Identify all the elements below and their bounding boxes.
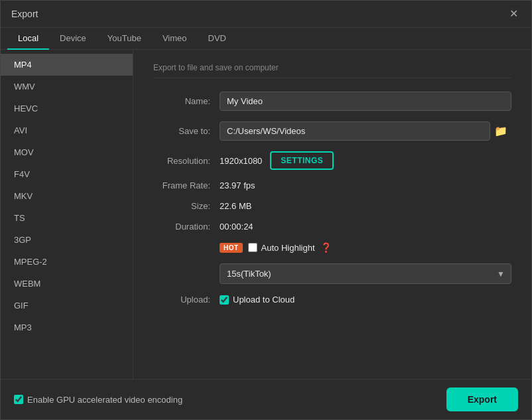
- sidebar-item-avi[interactable]: AVI: [1, 119, 133, 141]
- sidebar-item-wmv[interactable]: WMV: [1, 76, 133, 98]
- sidebar-item-mov[interactable]: MOV: [1, 141, 133, 163]
- duration-label: Duration:: [153, 222, 220, 232]
- highlight-controls: HOT Auto Highlight ❓: [220, 242, 511, 253]
- sidebar-item-mp3[interactable]: MP3: [1, 316, 133, 338]
- resolution-value: 1920x1080: [220, 156, 262, 166]
- save-to-label: Save to:: [153, 126, 220, 136]
- sidebar-item-gif[interactable]: GIF: [1, 295, 133, 316]
- tab-vimeo[interactable]: Vimeo: [152, 28, 198, 50]
- bottom-bar: Enable GPU accelerated video encoding Ex…: [1, 379, 531, 419]
- upload-label: Upload:: [153, 295, 220, 305]
- close-button[interactable]: ✕: [507, 7, 521, 21]
- frame-rate-row: Frame Rate: 23.97 fps: [153, 180, 511, 190]
- export-window: Export ✕ Local Device YouTube Vimeo DVD …: [0, 0, 532, 420]
- auto-highlight-text: Auto Highlight: [261, 243, 315, 253]
- sidebar-item-hevc[interactable]: HEVC: [1, 98, 133, 119]
- size-value: 22.6 MB: [220, 201, 251, 211]
- resolution-value-group: 1920x1080 SETTINGS: [220, 151, 511, 170]
- tab-bar: Local Device YouTube Vimeo DVD: [1, 28, 531, 50]
- help-icon[interactable]: ❓: [320, 242, 332, 253]
- auto-highlight-label[interactable]: Auto Highlight: [248, 243, 315, 253]
- tab-youtube[interactable]: YouTube: [97, 28, 152, 50]
- path-input[interactable]: [220, 121, 490, 141]
- upload-cloud-label[interactable]: Upload to Cloud: [220, 295, 295, 305]
- section-title: Export to file and save on computer: [153, 63, 511, 78]
- path-row: 📁: [220, 121, 511, 141]
- sidebar-item-mkv[interactable]: MKV: [1, 185, 133, 207]
- tab-dvd[interactable]: DVD: [198, 28, 237, 50]
- gpu-encoding-label[interactable]: Enable GPU accelerated video encoding: [14, 395, 182, 405]
- highlight-dropdown-wrap: 15s(TikTok) 30s(Instagram) 60s(YouTube) …: [220, 263, 511, 284]
- sidebar-item-ts[interactable]: TS: [1, 207, 133, 229]
- sidebar-item-3gp[interactable]: 3GP: [1, 229, 133, 251]
- export-button[interactable]: Export: [446, 387, 518, 411]
- sidebar-item-mpeg2[interactable]: MPEG-2: [1, 251, 133, 273]
- tab-device[interactable]: Device: [49, 28, 97, 50]
- folder-button[interactable]: 📁: [490, 125, 511, 137]
- main-panel: Export to file and save on computer Name…: [133, 50, 531, 379]
- upload-cloud-text: Upload to Cloud: [233, 295, 295, 305]
- name-input[interactable]: [220, 92, 511, 111]
- upload-cloud-checkbox[interactable]: [220, 295, 229, 305]
- size-label: Size:: [153, 201, 220, 211]
- frame-rate-value: 23.97 fps: [220, 180, 255, 190]
- frame-rate-label: Frame Rate:: [153, 180, 220, 190]
- duration-row: Duration: 00:00:24: [153, 222, 511, 232]
- sidebar-item-mp4[interactable]: MP4: [1, 54, 133, 76]
- auto-highlight-row: HOT Auto Highlight ❓: [153, 242, 511, 253]
- save-to-row: Save to: 📁: [153, 121, 511, 141]
- title-bar: Export ✕: [1, 1, 531, 28]
- sidebar-item-webm[interactable]: WEBM: [1, 273, 133, 295]
- name-label: Name:: [153, 96, 220, 106]
- sidebar-item-f4v[interactable]: F4V: [1, 163, 133, 185]
- name-row: Name:: [153, 92, 511, 111]
- upload-row: Upload: Upload to Cloud: [153, 295, 511, 305]
- resolution-row: Resolution: 1920x1080 SETTINGS: [153, 151, 511, 170]
- gpu-encoding-text: Enable GPU accelerated video encoding: [27, 395, 182, 405]
- auto-highlight-checkbox[interactable]: [248, 243, 257, 252]
- resolution-label: Resolution:: [153, 156, 220, 166]
- settings-button[interactable]: SETTINGS: [270, 151, 334, 170]
- size-row: Size: 22.6 MB: [153, 201, 511, 211]
- tab-local[interactable]: Local: [7, 28, 49, 50]
- duration-value: 00:00:24: [220, 222, 253, 232]
- highlight-dropdown[interactable]: 15s(TikTok) 30s(Instagram) 60s(YouTube): [220, 263, 511, 284]
- content-area: MP4 WMV HEVC AVI MOV F4V MKV TS 3GP MPEG…: [1, 50, 531, 379]
- gpu-encoding-checkbox[interactable]: [14, 395, 23, 404]
- highlight-dropdown-row: 15s(TikTok) 30s(Instagram) 60s(YouTube) …: [220, 263, 511, 284]
- hot-badge: HOT: [220, 243, 243, 253]
- window-title: Export: [11, 9, 38, 19]
- format-sidebar: MP4 WMV HEVC AVI MOV F4V MKV TS 3GP MPEG…: [1, 50, 133, 379]
